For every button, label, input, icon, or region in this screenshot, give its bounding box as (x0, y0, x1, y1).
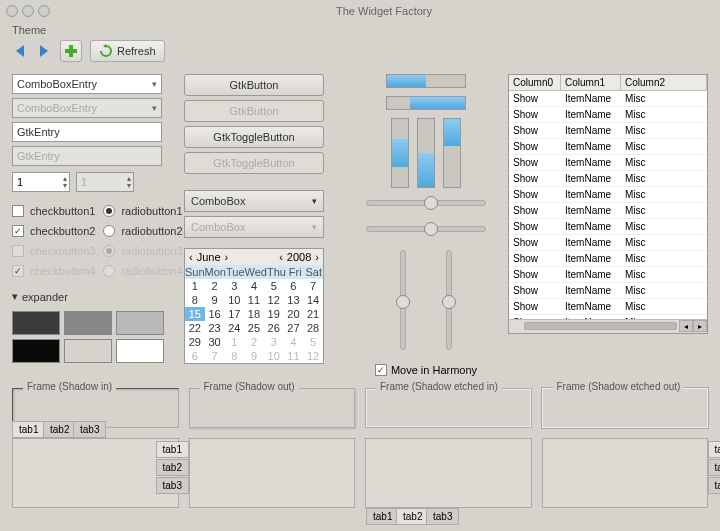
expander-toggle[interactable]: ▾expander (12, 290, 172, 303)
column-header[interactable]: Column2 (621, 75, 707, 90)
combobox-1[interactable]: ComboBox (184, 190, 324, 212)
scrollbar-thumb[interactable] (524, 322, 677, 330)
cal-cell[interactable]: 2 (244, 335, 264, 349)
column-header[interactable]: Column1 (561, 75, 621, 90)
table-row[interactable]: ShowItemNameMisc (509, 219, 707, 235)
tab-1[interactable]: tab1 (12, 421, 45, 438)
tab-2[interactable]: tab2 (43, 421, 76, 438)
color-swatch[interactable] (64, 339, 112, 363)
cal-cell[interactable]: 11 (244, 293, 264, 307)
hslider-1[interactable] (366, 200, 486, 206)
cal-cell[interactable]: 3 (264, 335, 284, 349)
tab-2[interactable]: tab2 (396, 508, 429, 525)
cal-cell[interactable]: 5 (303, 335, 323, 349)
cal-cell[interactable]: 6 (185, 349, 205, 363)
tab-3[interactable]: tab3 (426, 508, 459, 525)
table-row[interactable]: ShowItemNameMisc (509, 299, 707, 315)
cal-cell[interactable]: 17 (224, 307, 244, 321)
table-row[interactable]: ShowItemNameMisc (509, 251, 707, 267)
window-maximize-button[interactable] (38, 5, 50, 17)
checkbutton-2[interactable]: ✓ (12, 225, 24, 237)
cal-cell[interactable]: 15 (185, 307, 205, 321)
radiobutton-2[interactable] (103, 225, 115, 237)
window-minimize-button[interactable] (22, 5, 34, 17)
cal-cell[interactable]: 7 (303, 279, 323, 293)
h-scrollbar[interactable]: ◂ ▸ (509, 319, 707, 333)
add-button[interactable] (60, 40, 82, 62)
cal-cell[interactable]: 9 (205, 293, 225, 307)
cal-cell[interactable]: 5 (264, 279, 284, 293)
table-row[interactable]: ShowItemNameMisc (509, 203, 707, 219)
cal-cell[interactable]: 14 (303, 293, 323, 307)
table-row[interactable]: ShowItemNameMisc (509, 139, 707, 155)
cal-cell[interactable]: 10 (264, 349, 284, 363)
gtk-togglebutton-1[interactable]: GtkToggleButton (184, 126, 324, 148)
cal-cell[interactable]: 24 (224, 321, 244, 335)
slider-thumb[interactable] (424, 222, 438, 236)
hslider-2[interactable] (366, 226, 486, 232)
checkbutton-1[interactable] (12, 205, 24, 217)
tab-3[interactable]: tab3 (73, 421, 106, 438)
spin-arrows-icon[interactable]: ▴▾ (63, 175, 67, 189)
treeview[interactable]: Column0Column1Column2 ShowItemNameMiscSh… (508, 74, 708, 334)
cal-cell[interactable]: 13 (284, 293, 304, 307)
cal-cell[interactable]: 26 (264, 321, 284, 335)
tab-2[interactable]: tab2 (156, 459, 189, 476)
color-swatch[interactable] (12, 311, 60, 335)
cal-cell[interactable]: 30 (205, 335, 225, 349)
tab-3[interactable]: tab3 (708, 477, 720, 494)
forward-icon[interactable] (36, 43, 52, 59)
cal-cell[interactable]: 1 (224, 335, 244, 349)
cal-cell[interactable]: 6 (284, 279, 304, 293)
table-row[interactable]: ShowItemNameMisc (509, 267, 707, 283)
color-swatch[interactable] (64, 311, 112, 335)
cal-cell[interactable]: 9 (244, 349, 264, 363)
slider-thumb[interactable] (424, 196, 438, 210)
table-row[interactable]: ShowItemNameMisc (509, 91, 707, 107)
cal-cell[interactable]: 12 (303, 349, 323, 363)
cal-cell[interactable]: 29 (185, 335, 205, 349)
cal-cell[interactable]: 8 (185, 293, 205, 307)
back-icon[interactable] (12, 43, 28, 59)
table-row[interactable]: ShowItemNameMisc (509, 171, 707, 187)
cal-cell[interactable]: 3 (224, 279, 244, 293)
cal-next-year-icon[interactable]: › (315, 251, 319, 263)
cal-cell[interactable]: 12 (264, 293, 284, 307)
harmony-checkbox[interactable]: ✓ (375, 364, 387, 376)
cal-cell[interactable]: 18 (244, 307, 264, 321)
spinbutton-1[interactable]: 1▴▾ (12, 172, 70, 192)
vslider-1[interactable] (400, 250, 406, 350)
color-swatch[interactable] (12, 339, 60, 363)
table-row[interactable]: ShowItemNameMisc (509, 123, 707, 139)
table-row[interactable]: ShowItemNameMisc (509, 155, 707, 171)
tab-3[interactable]: tab3 (156, 477, 189, 494)
slider-thumb[interactable] (442, 295, 456, 309)
table-row[interactable]: ShowItemNameMisc (509, 235, 707, 251)
cal-cell[interactable]: 23 (205, 321, 225, 335)
cal-prev-year-icon[interactable]: ‹ (279, 251, 283, 263)
cal-cell[interactable]: 7 (205, 349, 225, 363)
color-swatch[interactable] (116, 339, 164, 363)
window-close-button[interactable] (6, 5, 18, 17)
gtkentry-1[interactable]: GtkEntry (12, 122, 162, 142)
cal-cell[interactable]: 4 (284, 335, 304, 349)
tab-1[interactable]: tab1 (366, 508, 399, 525)
cal-cell[interactable]: 22 (185, 321, 205, 335)
cal-cell[interactable]: 11 (284, 349, 304, 363)
cal-cell[interactable]: 21 (303, 307, 323, 321)
radiobutton-1[interactable] (103, 205, 115, 217)
tab-2[interactable]: tab2 (708, 459, 720, 476)
cal-cell[interactable]: 28 (303, 321, 323, 335)
cal-next-month-icon[interactable]: › (225, 251, 229, 263)
cal-cell[interactable]: 16 (205, 307, 225, 321)
scroll-left-icon[interactable]: ◂ (679, 320, 693, 332)
cal-prev-month-icon[interactable]: ‹ (189, 251, 193, 263)
cal-cell[interactable]: 20 (284, 307, 304, 321)
table-row[interactable]: ShowItemNameMisc (509, 107, 707, 123)
gtk-button-1[interactable]: GtkButton (184, 74, 324, 96)
calendar[interactable]: ‹June› ‹2008› SunMonTueWedThuFriSat 1234… (184, 248, 324, 364)
cal-cell[interactable]: 25 (244, 321, 264, 335)
cal-cell[interactable]: 4 (244, 279, 264, 293)
table-row[interactable]: ShowItemNameMisc (509, 187, 707, 203)
slider-thumb[interactable] (396, 295, 410, 309)
